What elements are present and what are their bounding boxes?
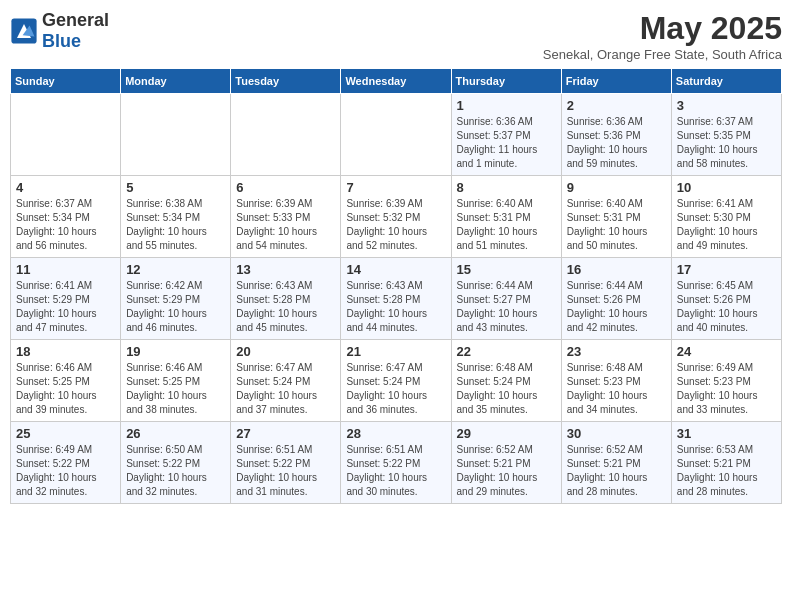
- location-title: Senekal, Orange Free State, South Africa: [543, 47, 782, 62]
- cell-content: Sunrise: 6:41 AM Sunset: 5:29 PM Dayligh…: [16, 279, 115, 335]
- month-title: May 2025: [543, 10, 782, 47]
- cell-content: Sunrise: 6:47 AM Sunset: 5:24 PM Dayligh…: [236, 361, 335, 417]
- calendar-cell: [231, 94, 341, 176]
- calendar-cell: 23Sunrise: 6:48 AM Sunset: 5:23 PM Dayli…: [561, 340, 671, 422]
- day-number: 11: [16, 262, 115, 277]
- cell-content: Sunrise: 6:46 AM Sunset: 5:25 PM Dayligh…: [126, 361, 225, 417]
- calendar-cell: 5Sunrise: 6:38 AM Sunset: 5:34 PM Daylig…: [121, 176, 231, 258]
- logo: General Blue: [10, 10, 109, 52]
- calendar-cell: 11Sunrise: 6:41 AM Sunset: 5:29 PM Dayli…: [11, 258, 121, 340]
- calendar-week-row: 11Sunrise: 6:41 AM Sunset: 5:29 PM Dayli…: [11, 258, 782, 340]
- day-header-monday: Monday: [121, 69, 231, 94]
- calendar-cell: 14Sunrise: 6:43 AM Sunset: 5:28 PM Dayli…: [341, 258, 451, 340]
- day-number: 24: [677, 344, 776, 359]
- cell-content: Sunrise: 6:44 AM Sunset: 5:26 PM Dayligh…: [567, 279, 666, 335]
- calendar-cell: 16Sunrise: 6:44 AM Sunset: 5:26 PM Dayli…: [561, 258, 671, 340]
- calendar-cell: 8Sunrise: 6:40 AM Sunset: 5:31 PM Daylig…: [451, 176, 561, 258]
- day-number: 20: [236, 344, 335, 359]
- cell-content: Sunrise: 6:48 AM Sunset: 5:24 PM Dayligh…: [457, 361, 556, 417]
- day-header-saturday: Saturday: [671, 69, 781, 94]
- cell-content: Sunrise: 6:49 AM Sunset: 5:22 PM Dayligh…: [16, 443, 115, 499]
- day-number: 9: [567, 180, 666, 195]
- cell-content: Sunrise: 6:36 AM Sunset: 5:36 PM Dayligh…: [567, 115, 666, 171]
- day-number: 7: [346, 180, 445, 195]
- calendar-cell: 30Sunrise: 6:52 AM Sunset: 5:21 PM Dayli…: [561, 422, 671, 504]
- day-number: 4: [16, 180, 115, 195]
- calendar-cell: 22Sunrise: 6:48 AM Sunset: 5:24 PM Dayli…: [451, 340, 561, 422]
- cell-content: Sunrise: 6:49 AM Sunset: 5:23 PM Dayligh…: [677, 361, 776, 417]
- cell-content: Sunrise: 6:44 AM Sunset: 5:27 PM Dayligh…: [457, 279, 556, 335]
- day-header-thursday: Thursday: [451, 69, 561, 94]
- cell-content: Sunrise: 6:53 AM Sunset: 5:21 PM Dayligh…: [677, 443, 776, 499]
- logo-text-blue: Blue: [42, 31, 81, 51]
- day-number: 8: [457, 180, 556, 195]
- cell-content: Sunrise: 6:50 AM Sunset: 5:22 PM Dayligh…: [126, 443, 225, 499]
- day-number: 18: [16, 344, 115, 359]
- cell-content: Sunrise: 6:52 AM Sunset: 5:21 PM Dayligh…: [567, 443, 666, 499]
- calendar-cell: 17Sunrise: 6:45 AM Sunset: 5:26 PM Dayli…: [671, 258, 781, 340]
- calendar-cell: 1Sunrise: 6:36 AM Sunset: 5:37 PM Daylig…: [451, 94, 561, 176]
- calendar-cell: 27Sunrise: 6:51 AM Sunset: 5:22 PM Dayli…: [231, 422, 341, 504]
- day-header-sunday: Sunday: [11, 69, 121, 94]
- calendar-week-row: 25Sunrise: 6:49 AM Sunset: 5:22 PM Dayli…: [11, 422, 782, 504]
- cell-content: Sunrise: 6:39 AM Sunset: 5:32 PM Dayligh…: [346, 197, 445, 253]
- day-number: 28: [346, 426, 445, 441]
- day-number: 30: [567, 426, 666, 441]
- calendar-header-row: SundayMondayTuesdayWednesdayThursdayFrid…: [11, 69, 782, 94]
- cell-content: Sunrise: 6:40 AM Sunset: 5:31 PM Dayligh…: [457, 197, 556, 253]
- cell-content: Sunrise: 6:43 AM Sunset: 5:28 PM Dayligh…: [346, 279, 445, 335]
- title-block: May 2025 Senekal, Orange Free State, Sou…: [543, 10, 782, 62]
- page-header: General Blue May 2025 Senekal, Orange Fr…: [10, 10, 782, 62]
- day-number: 21: [346, 344, 445, 359]
- cell-content: Sunrise: 6:46 AM Sunset: 5:25 PM Dayligh…: [16, 361, 115, 417]
- day-number: 15: [457, 262, 556, 277]
- calendar-body: 1Sunrise: 6:36 AM Sunset: 5:37 PM Daylig…: [11, 94, 782, 504]
- cell-content: Sunrise: 6:47 AM Sunset: 5:24 PM Dayligh…: [346, 361, 445, 417]
- calendar-cell: 4Sunrise: 6:37 AM Sunset: 5:34 PM Daylig…: [11, 176, 121, 258]
- calendar-cell: 24Sunrise: 6:49 AM Sunset: 5:23 PM Dayli…: [671, 340, 781, 422]
- calendar-cell: 20Sunrise: 6:47 AM Sunset: 5:24 PM Dayli…: [231, 340, 341, 422]
- cell-content: Sunrise: 6:51 AM Sunset: 5:22 PM Dayligh…: [346, 443, 445, 499]
- logo-text-general: General: [42, 10, 109, 30]
- cell-content: Sunrise: 6:42 AM Sunset: 5:29 PM Dayligh…: [126, 279, 225, 335]
- calendar-cell: [121, 94, 231, 176]
- calendar-cell: 13Sunrise: 6:43 AM Sunset: 5:28 PM Dayli…: [231, 258, 341, 340]
- calendar-cell: 31Sunrise: 6:53 AM Sunset: 5:21 PM Dayli…: [671, 422, 781, 504]
- day-number: 19: [126, 344, 225, 359]
- day-header-wednesday: Wednesday: [341, 69, 451, 94]
- calendar-cell: 9Sunrise: 6:40 AM Sunset: 5:31 PM Daylig…: [561, 176, 671, 258]
- day-number: 3: [677, 98, 776, 113]
- day-number: 5: [126, 180, 225, 195]
- day-number: 31: [677, 426, 776, 441]
- calendar-cell: 18Sunrise: 6:46 AM Sunset: 5:25 PM Dayli…: [11, 340, 121, 422]
- day-header-friday: Friday: [561, 69, 671, 94]
- day-number: 29: [457, 426, 556, 441]
- calendar-cell: 10Sunrise: 6:41 AM Sunset: 5:30 PM Dayli…: [671, 176, 781, 258]
- day-number: 22: [457, 344, 556, 359]
- day-number: 25: [16, 426, 115, 441]
- calendar-week-row: 1Sunrise: 6:36 AM Sunset: 5:37 PM Daylig…: [11, 94, 782, 176]
- calendar-cell: 19Sunrise: 6:46 AM Sunset: 5:25 PM Dayli…: [121, 340, 231, 422]
- cell-content: Sunrise: 6:52 AM Sunset: 5:21 PM Dayligh…: [457, 443, 556, 499]
- cell-content: Sunrise: 6:41 AM Sunset: 5:30 PM Dayligh…: [677, 197, 776, 253]
- day-number: 10: [677, 180, 776, 195]
- calendar-week-row: 18Sunrise: 6:46 AM Sunset: 5:25 PM Dayli…: [11, 340, 782, 422]
- cell-content: Sunrise: 6:37 AM Sunset: 5:35 PM Dayligh…: [677, 115, 776, 171]
- calendar-cell: 29Sunrise: 6:52 AM Sunset: 5:21 PM Dayli…: [451, 422, 561, 504]
- cell-content: Sunrise: 6:39 AM Sunset: 5:33 PM Dayligh…: [236, 197, 335, 253]
- day-number: 23: [567, 344, 666, 359]
- calendar-cell: 26Sunrise: 6:50 AM Sunset: 5:22 PM Dayli…: [121, 422, 231, 504]
- day-number: 27: [236, 426, 335, 441]
- cell-content: Sunrise: 6:48 AM Sunset: 5:23 PM Dayligh…: [567, 361, 666, 417]
- calendar-cell: 2Sunrise: 6:36 AM Sunset: 5:36 PM Daylig…: [561, 94, 671, 176]
- cell-content: Sunrise: 6:51 AM Sunset: 5:22 PM Dayligh…: [236, 443, 335, 499]
- day-number: 6: [236, 180, 335, 195]
- cell-content: Sunrise: 6:36 AM Sunset: 5:37 PM Dayligh…: [457, 115, 556, 171]
- day-number: 14: [346, 262, 445, 277]
- cell-content: Sunrise: 6:37 AM Sunset: 5:34 PM Dayligh…: [16, 197, 115, 253]
- calendar-cell: 12Sunrise: 6:42 AM Sunset: 5:29 PM Dayli…: [121, 258, 231, 340]
- logo-icon: [10, 17, 38, 45]
- calendar-cell: 15Sunrise: 6:44 AM Sunset: 5:27 PM Dayli…: [451, 258, 561, 340]
- day-number: 12: [126, 262, 225, 277]
- calendar-cell: 25Sunrise: 6:49 AM Sunset: 5:22 PM Dayli…: [11, 422, 121, 504]
